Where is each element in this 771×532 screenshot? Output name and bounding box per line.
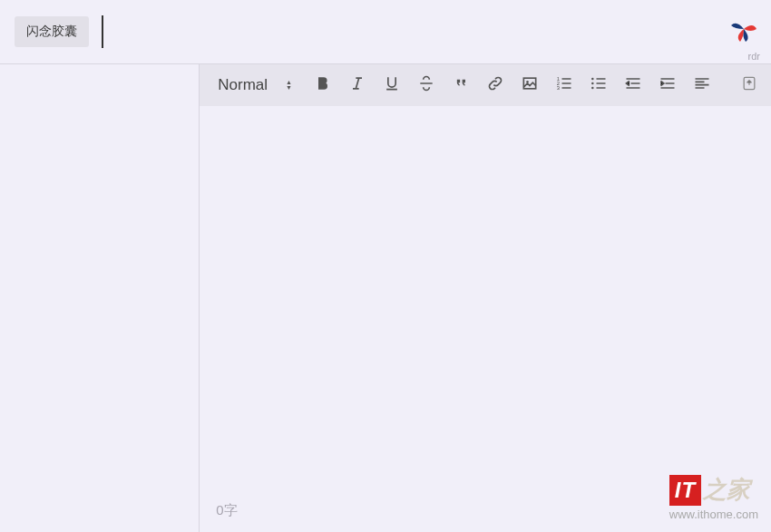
title-input[interactable] bbox=[102, 15, 464, 48]
italic-icon bbox=[348, 74, 366, 96]
format-label: Normal bbox=[218, 76, 268, 94]
italic-button[interactable] bbox=[346, 74, 368, 96]
format-select[interactable]: Normal ▲▼ bbox=[210, 76, 299, 94]
outdent-button[interactable] bbox=[622, 74, 644, 96]
username-label: rdr bbox=[727, 51, 760, 62]
strikethrough-icon bbox=[417, 74, 435, 96]
blockquote-button[interactable] bbox=[450, 74, 472, 96]
outdent-icon bbox=[624, 74, 642, 96]
bullet-list-button[interactable] bbox=[588, 74, 610, 96]
image-button[interactable] bbox=[519, 74, 541, 96]
watermark-brand-suffix: 之家 bbox=[703, 474, 750, 506]
capsule-button[interactable]: 闪念胶囊 bbox=[15, 16, 89, 47]
ordered-list-button[interactable]: 123 bbox=[553, 74, 575, 96]
word-count: 0字 bbox=[216, 502, 237, 519]
watermark: IT 之家 www.ithome.com bbox=[669, 474, 758, 521]
editor-toolbar: Normal ▲▼ bbox=[200, 64, 771, 106]
svg-point-6 bbox=[591, 82, 594, 85]
pinwheel-logo-icon bbox=[727, 13, 760, 45]
underline-button[interactable] bbox=[381, 74, 403, 96]
export-button[interactable] bbox=[738, 74, 760, 96]
editor-content[interactable]: 0字 bbox=[200, 106, 771, 532]
align-button[interactable] bbox=[691, 74, 713, 96]
select-arrows-icon: ▲▼ bbox=[286, 80, 292, 91]
ordered-list-icon: 123 bbox=[555, 74, 573, 96]
watermark-url: www.ithome.com bbox=[669, 508, 758, 521]
svg-text:3: 3 bbox=[557, 85, 560, 91]
editor-area: Normal ▲▼ bbox=[200, 64, 771, 532]
align-left-icon bbox=[693, 74, 711, 96]
watermark-brand-box: IT bbox=[669, 475, 701, 506]
indent-icon bbox=[659, 74, 677, 96]
quote-icon bbox=[452, 74, 470, 96]
app-logo-area: rdr bbox=[727, 13, 760, 62]
strikethrough-button[interactable] bbox=[415, 74, 437, 96]
svg-point-7 bbox=[591, 87, 594, 90]
link-button[interactable] bbox=[484, 74, 506, 96]
bullet-list-icon bbox=[590, 74, 608, 96]
link-icon bbox=[486, 74, 504, 96]
image-icon bbox=[521, 74, 539, 96]
sidebar bbox=[0, 64, 200, 532]
main-area: Normal ▲▼ bbox=[0, 64, 771, 532]
bold-button[interactable] bbox=[312, 74, 334, 96]
svg-point-5 bbox=[591, 78, 594, 81]
indent-button[interactable] bbox=[657, 74, 678, 96]
watermark-logo: IT 之家 bbox=[669, 474, 758, 506]
header: 闪念胶囊 rdr bbox=[0, 0, 771, 64]
underline-icon bbox=[383, 74, 401, 96]
export-icon bbox=[740, 74, 758, 96]
bold-icon bbox=[314, 74, 332, 96]
